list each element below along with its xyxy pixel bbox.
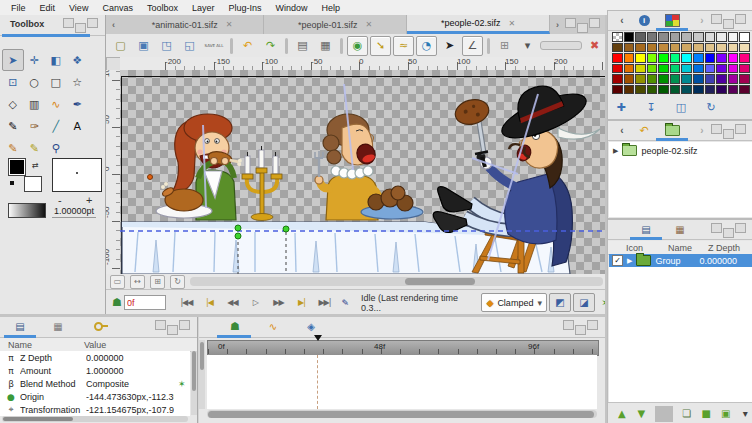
palette-swatch[interactable]: [739, 43, 750, 53]
toolbox-tool-button[interactable]: ◧: [45, 49, 67, 71]
palette-swatch[interactable]: [670, 43, 681, 53]
palette-swatch[interactable]: [716, 43, 727, 53]
browser-tab-icon[interactable]: [662, 123, 682, 138]
palette-swatch[interactable]: [681, 32, 692, 42]
palette-swatch[interactable]: [658, 32, 669, 42]
toolbox-tool-button[interactable]: ✎: [2, 115, 24, 137]
toolbox-tool-button[interactable]: ✎: [2, 137, 24, 159]
toolbox-tool-button[interactable]: ╱: [45, 115, 67, 137]
params-h-scrollbar[interactable]: [2, 416, 188, 422]
menu-item[interactable]: Edit: [33, 3, 63, 13]
canvas-artwork[interactable]: [120, 70, 605, 274]
palette-swatch[interactable]: [728, 64, 739, 74]
timetrack-area[interactable]: [207, 355, 597, 409]
palette-swatch[interactable]: [693, 64, 704, 74]
palette-swatch[interactable]: [612, 53, 623, 63]
scroll-thumb[interactable]: [3, 417, 73, 421]
param-value[interactable]: -144.473630px,-112.3540: [86, 392, 174, 402]
palette-swatch[interactable]: [670, 53, 681, 63]
palette-swatch[interactable]: [670, 85, 681, 95]
palette-swatch[interactable]: [681, 53, 692, 63]
palette-button[interactable]: ◫: [672, 99, 690, 115]
canvas-option-button[interactable]: ↔: [130, 275, 145, 289]
menu-item[interactable]: Help: [315, 3, 348, 13]
palette-swatch[interactable]: [612, 43, 623, 53]
palette-swatch[interactable]: [635, 32, 646, 42]
document-tab[interactable]: *people-02.sifz ✕: [407, 15, 550, 34]
stop-render-button[interactable]: ✖: [584, 36, 605, 56]
canvas-h-scrollbar[interactable]: [190, 277, 603, 286]
column-header[interactable]: Z Depth: [708, 243, 740, 253]
gradient-swatch[interactable]: [8, 203, 46, 218]
canvas-toolbar-button[interactable]: ◱: [179, 36, 200, 56]
column-header[interactable]: Name: [668, 243, 708, 253]
palette-swatch[interactable]: [716, 32, 727, 42]
canvas-toolbar-button[interactable]: [285, 38, 288, 54]
keyframe-lock-future-button[interactable]: ◪: [573, 293, 595, 312]
layers-toolbar-button[interactable]: [655, 406, 673, 422]
playback-button[interactable]: ◀◀: [221, 294, 243, 312]
playback-button[interactable]: |◀◀: [175, 294, 197, 312]
palette-swatch[interactable]: [705, 85, 716, 95]
column-header[interactable]: Icon: [608, 243, 668, 253]
palette-swatch[interactable]: [739, 53, 750, 63]
layer-row[interactable]: ✓ ▶ Group 0.000000: [609, 254, 752, 267]
panel-forward-icon[interactable]: ›: [692, 13, 712, 28]
palette-swatch[interactable]: [670, 74, 681, 84]
tabs-scroll-left[interactable]: ‹: [106, 15, 121, 34]
document-tab[interactable]: *people-01.sifz ✕: [264, 15, 407, 34]
palette-swatch[interactable]: [705, 53, 716, 63]
playback-button[interactable]: ▷: [244, 294, 266, 312]
palette-swatch[interactable]: [647, 74, 658, 84]
canvas-toolbar-button[interactable]: ◳: [156, 36, 177, 56]
timetrack-v-scrollbar[interactable]: [199, 340, 205, 409]
canvas-viewport[interactable]: [120, 70, 605, 274]
palette-swatch[interactable]: [728, 32, 739, 42]
menu-item[interactable]: Window: [268, 3, 314, 13]
scroll-thumb[interactable]: [192, 351, 196, 391]
palette-swatch[interactable]: [681, 85, 692, 95]
param-value[interactable]: 0.000000: [86, 353, 174, 363]
menu-item[interactable]: Toolbox: [140, 3, 185, 13]
brush-size-value[interactable]: 1.00000pt: [52, 206, 96, 218]
palette-swatch[interactable]: [681, 64, 692, 74]
palette-swatch[interactable]: [739, 85, 750, 95]
toolbox-tool-button[interactable]: ⊡: [2, 71, 24, 93]
palette-tab-icon[interactable]: [662, 13, 682, 28]
toolbox-tool-button[interactable]: ⚲: [45, 137, 67, 159]
info-icon[interactable]: i: [634, 13, 654, 28]
palette-swatch[interactable]: [647, 43, 658, 53]
menu-item[interactable]: Canvas: [95, 3, 140, 13]
toolbox-tool-button[interactable]: A: [67, 115, 89, 137]
dock-handle[interactable]: [563, 318, 603, 335]
palette-swatch[interactable]: [693, 32, 704, 42]
menu-item[interactable]: Plug-Ins: [221, 3, 268, 13]
canvas-toolbar-button[interactable]: [340, 38, 343, 54]
toolbox-tool-button[interactable]: ✎: [24, 137, 46, 159]
canvas-toolbar-button[interactable]: ◔: [416, 36, 437, 56]
canvas-toolbar-button[interactable]: ▢: [110, 36, 131, 56]
toolbox-tool-button[interactable]: ◇: [2, 93, 24, 115]
timetrack-h-scrollbar[interactable]: [207, 410, 597, 418]
palette-swatch[interactable]: [739, 32, 750, 42]
toolbox-tool-button[interactable]: ∿: [45, 93, 67, 115]
palette-swatch[interactable]: [705, 64, 716, 74]
timetrack-timebar[interactable]: 0f48f96f: [207, 340, 599, 356]
palette-swatch[interactable]: [693, 53, 704, 63]
palette-swatch[interactable]: [693, 43, 704, 53]
toolbox-tool-button[interactable]: ➤: [2, 49, 24, 71]
palette-swatch[interactable]: [658, 53, 669, 63]
layers-tab-icon[interactable]: ▤: [636, 222, 656, 237]
playback-button[interactable]: ▶▶|: [313, 294, 335, 312]
params-tab-icon[interactable]: ▤: [10, 319, 30, 334]
palette-swatch[interactable]: [705, 32, 716, 42]
scroll-thumb[interactable]: [208, 411, 594, 418]
palette-swatch[interactable]: [739, 64, 750, 74]
palette-swatch[interactable]: [716, 53, 727, 63]
palette-swatch[interactable]: [624, 85, 635, 95]
horizontal-ruler[interactable]: -200-150-100-50050100150200: [120, 57, 605, 71]
param-row[interactable]: π Amount 1.000000: [0, 364, 190, 377]
palette-button[interactable]: ↧: [642, 99, 660, 115]
layers-toolbar-button[interactable]: ▲: [614, 406, 630, 422]
param-row[interactable]: ● Origin -144.473630px,-112.3540: [0, 390, 190, 403]
